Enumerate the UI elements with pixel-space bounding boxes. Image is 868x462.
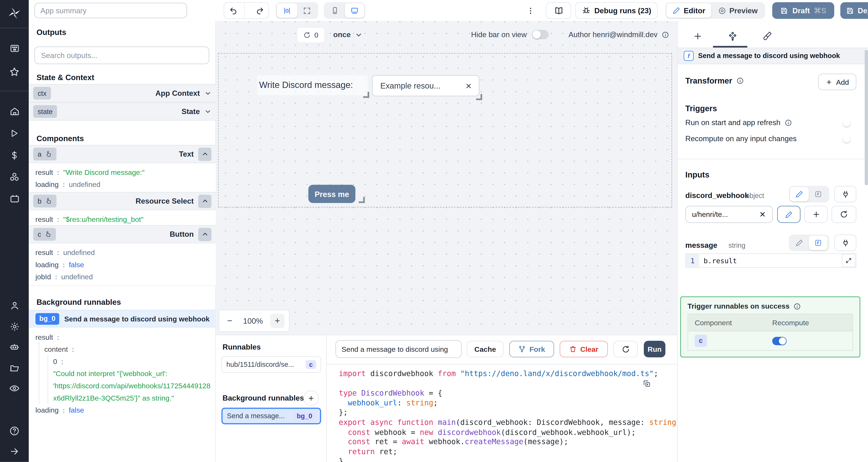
run-button[interactable]: Run <box>644 341 665 357</box>
bg0-label: Send a message to discord using webhook <box>64 315 210 323</box>
reload-script-button[interactable] <box>613 341 638 357</box>
runs-icon[interactable] <box>0 125 29 142</box>
folders-icon[interactable] <box>0 360 29 376</box>
styling-brush-tab[interactable] <box>760 29 775 43</box>
code-content: import discordwebhook from "https://deno… <box>339 369 677 462</box>
bg-runnable-card-selected[interactable]: Send a message... bg_0 <box>221 408 321 424</box>
resources-icon[interactable] <box>0 169 29 185</box>
state-row[interactable]: state State <box>29 102 216 121</box>
run-on-start-label: Run on start and app refresh <box>685 119 792 127</box>
draft-save-button[interactable]: Draft ⌘S <box>772 2 834 19</box>
collapse-chevron-up-icon[interactable] <box>198 228 211 241</box>
message-expression-value[interactable]: b.result <box>699 254 842 267</box>
docs-book-button[interactable] <box>546 2 571 19</box>
refresh-resource-button[interactable] <box>831 206 856 223</box>
add-resource-button[interactable] <box>804 206 828 223</box>
canvas-text-component[interactable]: Write Discord message: <box>257 75 368 95</box>
user-icon[interactable] <box>0 297 29 314</box>
ctx-row[interactable]: ctx App Context <box>29 84 216 102</box>
zoom-level: 100% <box>236 317 270 325</box>
deploy-button[interactable]: Deploy <box>840 2 868 19</box>
add-background-runnable-button[interactable] <box>303 391 319 406</box>
workers-robot-icon[interactable] <box>0 338 29 355</box>
audit-eye-icon[interactable] <box>0 380 29 397</box>
fullscreen-layout-button[interactable] <box>297 3 317 18</box>
tab-preview[interactable]: Preview <box>711 3 764 18</box>
collapse-chevron-up-icon[interactable] <box>198 147 211 161</box>
tab-editor[interactable]: Editor <box>666 3 711 18</box>
static-mode-pencil-icon[interactable] <box>790 236 809 250</box>
redo-button[interactable] <box>249 3 271 18</box>
refresh-mode-dropdown[interactable]: once <box>333 27 363 42</box>
fork-button[interactable]: Fork <box>509 341 554 357</box>
author-info: Author henri@windmill.dev <box>568 27 669 42</box>
variables-icon[interactable] <box>0 147 29 164</box>
runnable-name-input[interactable] <box>336 340 462 358</box>
expand-rail-arrow-icon[interactable] <box>0 443 29 460</box>
resize-handle[interactable] <box>359 197 365 203</box>
help-icon[interactable] <box>0 423 29 439</box>
home-icon[interactable] <box>0 103 29 120</box>
eval-mode-f-icon[interactable] <box>809 236 828 250</box>
insert-component-tab[interactable] <box>690 29 705 43</box>
resize-handle[interactable] <box>476 94 482 100</box>
favorites-star-icon[interactable] <box>0 64 29 80</box>
desktop-view-button[interactable] <box>345 3 364 18</box>
component-c-chip[interactable]: c <box>695 335 707 347</box>
zoom-out-button[interactable]: − <box>224 316 236 326</box>
canvas-press-me-button[interactable]: Press me <box>308 185 355 203</box>
add-transformer-button[interactable]: Add <box>818 73 856 90</box>
clear-button[interactable]: Clear <box>560 341 608 357</box>
search-outputs-input[interactable] <box>34 46 209 64</box>
component-settings-tab[interactable] <box>725 29 740 43</box>
cache-button[interactable]: Cache <box>467 341 504 357</box>
clear-x-icon[interactable] <box>465 82 472 89</box>
info-icon[interactable] <box>794 302 801 310</box>
eval-mode-f-icon[interactable] <box>809 187 828 201</box>
app-summary-input[interactable] <box>34 3 187 18</box>
component-c-header[interactable]: c Button <box>29 225 216 243</box>
runnable-script-card[interactable]: hub/1511/discord/se... c <box>221 356 321 373</box>
col-component: Component <box>688 319 772 327</box>
expand-editor-icon[interactable] <box>842 254 855 267</box>
bg0-row[interactable]: bg_0 Send a message to discord using web… <box>29 310 216 328</box>
app-canvas[interactable]: 0 once Hide bar on view Author henri@win… <box>216 21 677 335</box>
chevron-down-icon[interactable] <box>204 90 212 97</box>
info-icon[interactable] <box>661 31 669 38</box>
debug-runs-button[interactable]: Debug runs (23) <box>575 2 658 19</box>
bottom-panel: Runnables hub/1511/discord/se... c Backg… <box>216 335 677 462</box>
apps-icon[interactable] <box>0 40 29 57</box>
zoom-in-button[interactable]: + <box>270 314 284 328</box>
panel-scrollbar[interactable] <box>865 50 868 185</box>
component-b-header[interactable]: b Resource Select <box>29 192 216 210</box>
recompute-c-toggle[interactable] <box>772 336 786 345</box>
refresh-count-button[interactable]: 0 <box>297 27 325 43</box>
copy-code-icon[interactable] <box>641 378 652 389</box>
clear-x-icon[interactable] <box>759 211 766 218</box>
canvas-resource-select-component[interactable]: Example resou... <box>372 75 479 96</box>
table-header: Component Recompute <box>688 314 852 331</box>
resource-picker-select[interactable]: u/henri/te... <box>685 206 773 223</box>
distribute-layout-button[interactable] <box>277 3 297 18</box>
static-mode-pencil-icon[interactable] <box>790 187 809 201</box>
chevron-down-icon[interactable] <box>204 108 212 115</box>
settings-gear-icon[interactable] <box>0 318 29 335</box>
hide-bar-toggle[interactable] <box>532 30 548 39</box>
hand-pointer-icon <box>45 198 52 205</box>
message-expression-editor[interactable]: 1 b.result <box>685 253 856 268</box>
connect-plug-button[interactable] <box>834 186 856 203</box>
component-a-header[interactable]: a Text <box>29 145 216 163</box>
edit-resource-button[interactable] <box>777 206 801 223</box>
more-options-kebab-icon[interactable] <box>526 2 535 19</box>
schedules-icon[interactable] <box>0 190 29 207</box>
collapse-chevron-up-icon[interactable] <box>198 194 211 208</box>
windmill-logo-icon[interactable] <box>0 6 29 22</box>
code-editor[interactable]: import discordwebhook from "https://deno… <box>327 364 677 462</box>
mobile-view-button[interactable] <box>325 3 345 18</box>
info-icon[interactable] <box>784 119 792 127</box>
info-icon[interactable] <box>736 77 744 85</box>
connect-plug-button[interactable] <box>834 234 856 251</box>
resize-handle[interactable] <box>363 92 369 98</box>
undo-button[interactable] <box>222 3 245 18</box>
content-key: content <box>44 345 68 353</box>
